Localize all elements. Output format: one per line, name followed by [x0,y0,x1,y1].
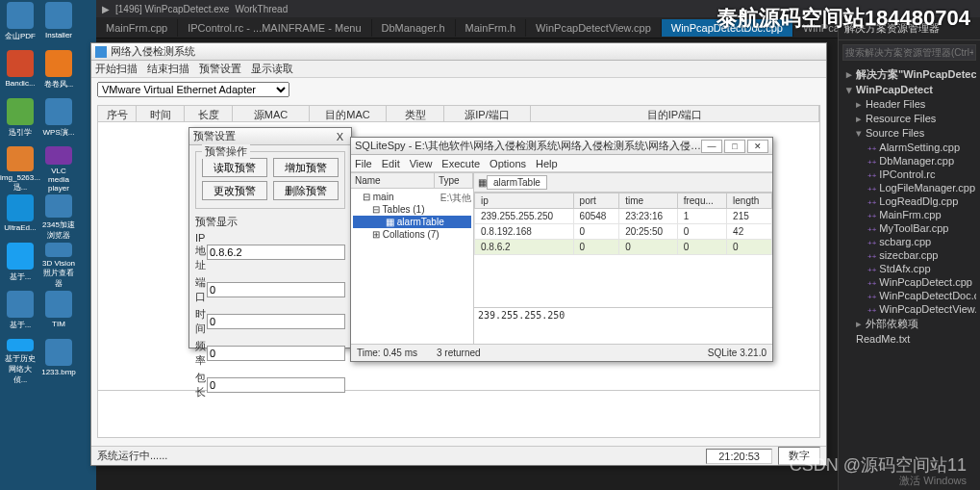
grid-col-time[interactable]: time [619,193,678,209]
folder-source-files[interactable]: ▾Source Files [842,126,976,141]
menu-file[interactable]: File [355,158,372,169]
menu-alarm-settings[interactable]: 预警设置 [199,62,241,76]
add-alarm-button[interactable]: 增加预警 [273,158,339,177]
desktop-icon[interactable]: 卷卷风... [40,50,77,96]
time-field[interactable] [207,314,345,329]
editor-tab[interactable]: IPControl.rc - ...MAINFRAME - Menu [178,19,371,37]
source-file[interactable]: DbManager.cpp [842,154,976,168]
desktop-icon[interactable]: 基于历史网络大侦... [2,339,38,385]
project-node[interactable]: ▾WinPcapDetect [842,83,976,97]
desktop-icon[interactable]: Bandic... [2,50,38,96]
grid-row[interactable]: 0.8.192.168020:25:50042 [475,224,772,240]
source-file[interactable]: StdAfx.cpp [842,262,976,275]
minimize-button[interactable]: — [701,140,722,153]
desktop-icon[interactable]: TIM [40,291,77,337]
window-title: 网络入侵检测系统 [111,44,195,59]
col-type[interactable]: Type [435,173,473,188]
source-file[interactable]: scbarg.cpp [842,235,976,248]
grid-col-length[interactable]: length [727,193,772,209]
grid-col-port[interactable]: port [573,193,619,209]
titlebar[interactable]: 网络入侵检测系统 [91,43,826,61]
sql-editor[interactable]: 239.255.255.250 [474,307,772,344]
maximize-button[interactable]: □ [724,140,745,153]
folder-resource-files[interactable]: ▸Resource Files [842,112,976,126]
read-alarm-button[interactable]: 读取预警 [202,158,267,177]
desktop-icon[interactable]: 迅引学 [2,98,38,144]
source-file[interactable]: LogFileManager.cpp [842,181,976,194]
menu-execute[interactable]: Execute [441,158,480,169]
editor-tab[interactable]: WinPcapDetectView.cpp [526,19,662,37]
col-src-mac[interactable]: 源MAC [233,106,310,121]
menu-show-read[interactable]: 显示读取 [251,62,293,76]
col-type[interactable]: 类型 [387,106,444,121]
adapter-select[interactable]: VMware Virtual Ethernet Adapter [97,82,289,97]
editor-tab[interactable]: MainFrm.h [456,19,527,37]
update-alarm-button[interactable]: 更改预警 [202,181,267,200]
desktop-icon[interactable]: VLC media player [40,146,77,193]
source-file[interactable]: AlarmSetting.cpp [842,141,976,154]
desktop-icon[interactable]: WPS演... [40,98,77,144]
source-file[interactable]: LogReadDlg.cpp [842,194,976,208]
grid-row-selected[interactable]: 0.8.6.20000 [475,240,772,255]
grid-col-ip[interactable]: ip [475,193,574,209]
source-file[interactable]: sizecbar.cpp [842,248,976,262]
desktop-icon[interactable]: Installer [40,2,77,48]
source-file[interactable]: MyToolBar.cpp [842,221,976,235]
port-field[interactable] [207,282,345,297]
play-icon[interactable]: ▶ [102,4,110,14]
close-button[interactable]: ✕ [747,140,768,153]
col-dst-ip[interactable]: 目的IP/端口 [531,106,819,121]
tree-table-alarmtable[interactable]: ▦ alarmTable [353,216,471,228]
solution-search-input[interactable] [842,44,976,61]
tree-db-root[interactable]: ⊟ main E:\其他 [353,191,471,203]
menu-start-scan[interactable]: 开始扫描 [95,62,138,76]
readme-file[interactable]: ReadMe.txt [842,332,976,346]
source-file[interactable]: WinPcapDetect.cpp [842,275,976,289]
folder-external[interactable]: ▸外部依赖项 [842,316,976,332]
col-dst-mac[interactable]: 目的MAC [310,106,387,121]
solution-root[interactable]: ▸解决方案"WinPcapDetect"(1 个项目) [842,66,976,83]
alarm-settings-dialog: 预警设置 X 预警操作 读取预警 增加预警 更改预警 删除预警 预警显示 IP地… [188,127,352,348]
desktop-icon[interactable]: 3D Vision 照片查看器 [40,243,77,289]
editor-tab[interactable]: DbManager.h [372,19,456,37]
source-file[interactable]: WinPcapDetectView.cpp [842,302,976,316]
len-field[interactable] [207,377,345,393]
col-index[interactable]: 序号 [98,106,137,121]
source-file[interactable]: IPControl.rc [842,168,976,181]
col-length[interactable]: 长度 [185,106,233,121]
menu-options[interactable]: Options [490,158,526,169]
folder-header-files[interactable]: ▸Header Files [842,97,976,112]
desktop-icon[interactable]: 基于... [2,243,38,289]
close-button[interactable]: X [333,131,347,142]
source-file[interactable]: WinPcapDetectDoc.cpp [842,289,976,302]
tree-collations[interactable]: ⊞ Collations (7) [353,228,471,241]
desktop-icon[interactable]: 2345加速浏览器 [40,194,77,241]
schema-tree[interactable]: ⊟ main E:\其他 ⊟ Tables (1) ▦ alarmTable ⊞… [351,189,473,344]
menu-stop-scan[interactable]: 结束扫描 [147,62,189,76]
delete-alarm-button[interactable]: 删除预警 [273,181,339,200]
menu-view[interactable]: View [410,158,433,169]
col-time[interactable]: 时间 [137,106,185,121]
titlebar[interactable]: 预警设置 X [189,128,351,145]
grid-col-freq[interactable]: frequ... [677,193,726,209]
desktop-icon[interactable]: 金山PDF [2,2,38,48]
desktop-icon[interactable]: UltraEd... [2,194,38,241]
menu-edit[interactable]: Edit [382,158,400,169]
result-tab[interactable]: alarmTable [487,175,547,190]
grid-row[interactable]: 239.255.255.2506054823:23:161215 [475,209,772,224]
menu-help[interactable]: Help [536,158,558,169]
result-grid[interactable]: ip port time frequ... length 239.255.255… [474,193,772,307]
status-version: SQLite 3.21.0 [708,348,766,358]
titlebar[interactable]: SQLiteSpy - E:\其他软件\网络入侵检测系统\网络入侵检测系统\网络… [351,138,772,155]
col-src-ip[interactable]: 源IP/端口 [444,106,531,121]
col-name[interactable]: Name [351,173,435,188]
source-file[interactable]: MainFrm.cpp [842,208,976,221]
editor-tab[interactable]: MainFrm.cpp [96,19,178,37]
schema-panel: NameType ⊟ main E:\其他 ⊟ Tables (1) ▦ ala… [351,173,474,344]
desktop-icon[interactable]: 1233.bmp [40,339,77,385]
desktop-icon[interactable]: 基于... [2,291,38,337]
ip-field[interactable] [207,245,345,260]
freq-field[interactable] [207,346,345,361]
desktop-icon[interactable]: img_5263... 迅... [2,146,38,193]
solution-tree[interactable]: ▸解决方案"WinPcapDetect"(1 个项目) ▾WinPcapDete… [839,64,980,348]
